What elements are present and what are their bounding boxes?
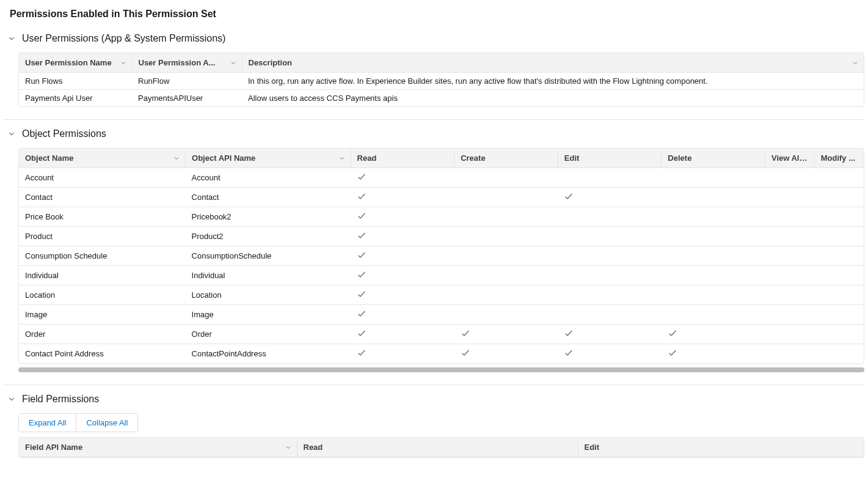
cell-read — [351, 344, 454, 364]
user-permissions-table: User Permission Name User Permission A..… — [18, 53, 864, 107]
cell-view-all — [765, 285, 814, 305]
column-header-modify[interactable]: Modify ... — [814, 149, 864, 168]
chevron-down-icon — [7, 130, 16, 138]
check-icon — [564, 191, 574, 201]
cell-delete — [662, 325, 765, 344]
cell-read — [351, 188, 454, 207]
chevron-down-icon — [338, 155, 346, 162]
check-icon — [357, 250, 367, 260]
check-icon — [357, 309, 367, 318]
cell-object-api-name: Product2 — [186, 227, 351, 246]
cell-object-api-name: Individual — [186, 266, 351, 285]
check-icon — [357, 348, 367, 358]
table-row: IndividualIndividual — [19, 266, 864, 285]
cell-modify — [814, 246, 864, 266]
table-row: OrderOrder — [19, 325, 864, 344]
object-permissions-table: Object Name Object API Name Read Create … — [18, 148, 864, 364]
column-header-read[interactable]: Read — [351, 149, 454, 168]
chevron-down-icon — [120, 59, 127, 67]
section-toggle-user-permissions[interactable]: User Permissions (App & System Permissio… — [4, 33, 864, 53]
section-title-user-permissions: User Permissions (App & System Permissio… — [22, 33, 225, 44]
cell-read — [351, 168, 454, 188]
cell-object-api-name: Pricebook2 — [186, 207, 351, 227]
section-title-field-permissions: Field Permissions — [22, 394, 99, 405]
cell-view-all — [765, 188, 814, 207]
chevron-down-icon — [7, 395, 16, 403]
column-header-field-edit[interactable]: Edit — [578, 438, 864, 457]
column-header-field-read[interactable]: Read — [297, 438, 578, 457]
cell-view-all — [765, 344, 814, 364]
cell-view-all — [765, 305, 814, 325]
cell-edit — [558, 266, 662, 285]
cell-create — [454, 188, 558, 207]
column-header-user-permission-api[interactable]: User Permission A... — [132, 53, 242, 73]
column-header-description[interactable]: Description — [242, 53, 864, 73]
check-icon — [357, 230, 367, 240]
cell-user-permission-api: RunFlow — [132, 73, 242, 90]
cell-read — [351, 305, 454, 325]
cell-object-name: Individual — [19, 266, 186, 285]
cell-object-name: Image — [19, 305, 186, 325]
cell-object-name: Order — [19, 325, 186, 344]
check-icon — [357, 172, 367, 182]
table-row: Consumption ScheduleConsumptionSchedule — [19, 246, 864, 266]
cell-create — [454, 266, 558, 285]
cell-modify — [814, 344, 864, 364]
table-row: LocationLocation — [19, 285, 864, 305]
cell-user-permission-api: PaymentsAPIUser — [132, 90, 242, 107]
chevron-down-icon — [852, 59, 859, 67]
table-row: ContactContact — [19, 188, 864, 207]
cell-modify — [814, 285, 864, 305]
cell-description: Allow users to access CCS Payments apis — [242, 90, 864, 107]
column-header-object-api-name[interactable]: Object API Name — [186, 149, 351, 168]
column-header-create[interactable]: Create — [454, 149, 558, 168]
column-header-view-all[interactable]: View All ... — [765, 149, 814, 168]
table-row: Payments Api UserPaymentsAPIUserAllow us… — [19, 90, 864, 107]
cell-object-api-name: ConsumptionSchedule — [186, 246, 351, 266]
cell-object-name: Contact — [19, 188, 186, 207]
cell-object-api-name: ContactPointAddress — [186, 344, 351, 364]
section-object-permissions: Object Permissions — [4, 119, 864, 385]
cell-edit — [558, 168, 662, 188]
column-header-delete[interactable]: Delete — [662, 149, 765, 168]
expand-collapse-group: Expand All Collapse All — [18, 413, 138, 432]
cell-create — [454, 207, 558, 227]
check-icon — [357, 191, 367, 201]
cell-edit — [558, 305, 662, 325]
cell-object-name: Price Book — [19, 207, 186, 227]
check-icon — [461, 348, 470, 358]
cell-object-api-name: Contact — [186, 188, 351, 207]
cell-view-all — [765, 246, 814, 266]
cell-delete — [662, 285, 765, 305]
column-header-object-name[interactable]: Object Name — [19, 149, 186, 168]
table-row: ImageImage — [19, 305, 864, 325]
cell-description: In this org, run any active flow. In Exp… — [242, 73, 864, 90]
table-row: Contact Point AddressContactPointAddress — [19, 344, 864, 364]
cell-delete — [662, 227, 765, 246]
cell-create — [454, 227, 558, 246]
cell-delete — [662, 246, 765, 266]
cell-create — [454, 168, 558, 188]
horizontal-scrollbar[interactable] — [18, 367, 864, 372]
cell-object-api-name: Account — [186, 168, 351, 188]
check-icon — [357, 270, 367, 279]
table-row: ProductProduct2 — [19, 227, 864, 246]
column-header-edit[interactable]: Edit — [558, 149, 662, 168]
column-header-field-api-name[interactable]: Field API Name — [19, 438, 297, 457]
cell-edit — [558, 188, 662, 207]
cell-delete — [662, 168, 765, 188]
expand-all-button[interactable]: Expand All — [19, 414, 76, 432]
collapse-all-button[interactable]: Collapse All — [76, 414, 137, 432]
section-toggle-object-permissions[interactable]: Object Permissions — [4, 128, 864, 148]
column-header-user-permission-name[interactable]: User Permission Name — [19, 53, 132, 73]
cell-delete — [662, 305, 765, 325]
cell-edit — [558, 227, 662, 246]
cell-modify — [814, 305, 864, 325]
section-toggle-field-permissions[interactable]: Field Permissions — [4, 394, 864, 413]
cell-create — [454, 325, 558, 344]
page-title: Permissions Enabled in This Permission S… — [10, 9, 864, 20]
cell-modify — [814, 207, 864, 227]
cell-delete — [662, 188, 765, 207]
cell-create — [454, 305, 558, 325]
cell-edit — [558, 285, 662, 305]
